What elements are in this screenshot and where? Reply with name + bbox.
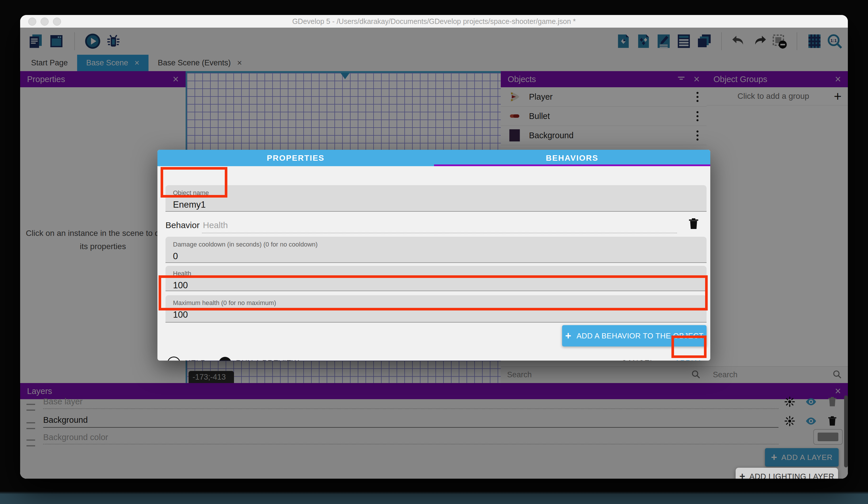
zoom-window-button[interactable] xyxy=(53,18,61,26)
behavior-name-underline xyxy=(202,233,677,233)
behavior-label: Behavior xyxy=(165,220,199,230)
window-title: GDevelop 5 - /Users/dkarakay/Documents/G… xyxy=(292,17,576,26)
object-behaviors-dialog: PROPERTIES BEHAVIORS Object name Enemy1 … xyxy=(157,150,710,361)
add-lighting-layer-button[interactable]: + ADD LIGHTING LAYER xyxy=(736,468,838,478)
dialog-footer: ? HELP ▶ RUN A PREVIEW CANCEL APPLY xyxy=(157,349,710,361)
app-window: GDevelop 5 - /Users/dkarakay/Documents/G… xyxy=(20,15,848,478)
dialog-body: Object name Enemy1 Behavior Health Damag… xyxy=(157,166,710,361)
run-preview-icon[interactable]: ▶ xyxy=(219,357,231,361)
field-label: Damage cooldown (in seconds) (0 for no c… xyxy=(173,241,706,248)
behavior-name-field[interactable]: Health xyxy=(203,220,228,230)
annotation-box-maximum-health xyxy=(158,275,708,311)
run-preview-button[interactable]: RUN A PREVIEW xyxy=(236,359,299,361)
cancel-button[interactable]: CANCEL xyxy=(621,359,654,361)
help-icon[interactable]: ? xyxy=(167,356,180,361)
annotation-box-object-name xyxy=(161,167,227,198)
field-value: Enemy1 xyxy=(173,200,706,210)
apply-button[interactable]: APPLY xyxy=(675,359,701,361)
plus-icon: + xyxy=(740,472,745,478)
dialog-tabbar: PROPERTIES BEHAVIORS xyxy=(157,150,710,166)
dialog-tab-properties[interactable]: PROPERTIES xyxy=(157,150,434,166)
dialog-tab-behaviors[interactable]: BEHAVIORS xyxy=(434,150,711,166)
field-value: 100 xyxy=(173,310,706,320)
close-window-button[interactable] xyxy=(28,18,36,26)
help-button[interactable]: HELP xyxy=(185,359,206,361)
minimize-window-button[interactable] xyxy=(41,18,49,26)
annotation-box-apply xyxy=(671,335,706,358)
delete-behavior-icon[interactable] xyxy=(687,217,701,231)
damage-cooldown-field[interactable]: Damage cooldown (in seconds) (0 for no c… xyxy=(165,237,706,263)
object-name-field[interactable]: Object name Enemy1 xyxy=(165,185,706,212)
plus-icon: + xyxy=(565,330,571,342)
field-label: Object name xyxy=(173,189,706,197)
titlebar: GDevelop 5 - /Users/dkarakay/Documents/G… xyxy=(20,15,848,28)
field-value: 0 xyxy=(173,251,706,262)
traffic-lights xyxy=(28,18,61,26)
